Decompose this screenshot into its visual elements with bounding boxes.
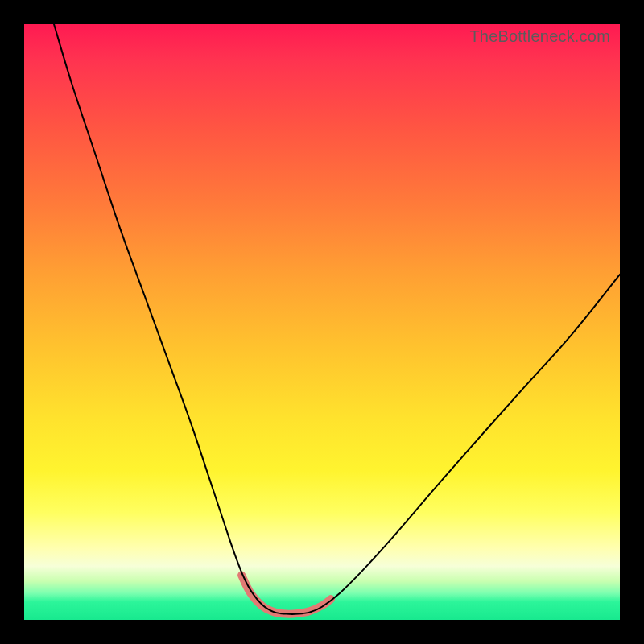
plot-area: TheBottleneck.com [24,24,620,620]
highlight-curve [242,576,331,614]
main-curve [54,24,620,614]
curve-layer [24,24,620,620]
chart-frame: TheBottleneck.com [0,0,644,644]
